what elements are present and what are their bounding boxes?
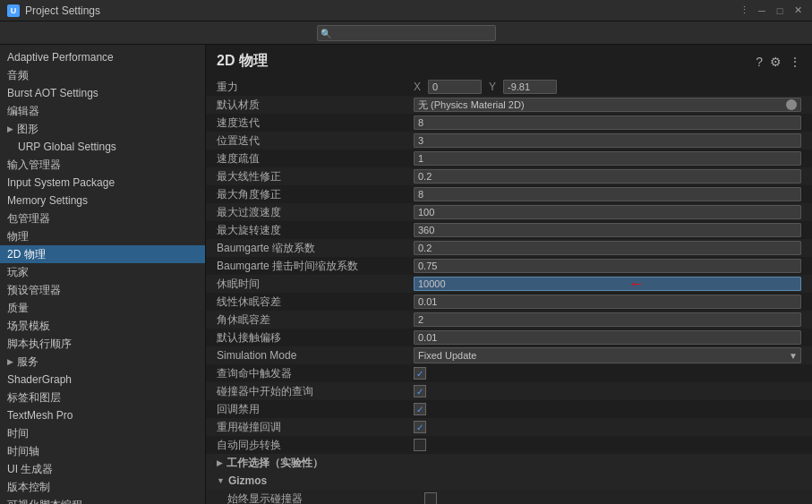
max-rotation-input[interactable] — [414, 223, 801, 237]
search-bar: 🔍 — [0, 21, 812, 45]
prop-row-callbacks: 回调禁用 — [206, 400, 812, 418]
prop-row-reuse-callbacks: 重用碰撞回调 — [206, 418, 812, 436]
sidebar-item-input-manager[interactable]: 输入管理器 — [0, 156, 205, 174]
baumgarte-scale-input[interactable] — [414, 241, 801, 255]
sidebar-item-time[interactable]: 时间 — [0, 424, 205, 442]
reuse-callbacks-checkbox[interactable] — [414, 421, 426, 433]
y-label: Y — [489, 81, 496, 93]
max-translation-input[interactable] — [414, 205, 801, 219]
max-angular-input[interactable] — [414, 187, 801, 201]
gravity-x-input[interactable] — [428, 80, 482, 94]
prop-label: 角休眠容差 — [217, 312, 414, 328]
always-show-checkbox[interactable] — [424, 492, 437, 504]
prop-label: 重用碰撞回调 — [217, 420, 414, 435]
sidebar-item-label: ShaderGraph — [7, 373, 72, 386]
sidebar-item-visual-scripting[interactable]: 可视化脚本编程 — [0, 496, 205, 504]
max-linear-input[interactable] — [414, 169, 801, 184]
sidebar-item-urp[interactable]: URP Global Settings — [0, 138, 205, 156]
sidebar: Adaptive Performance 音频 Burst AOT Settin… — [0, 45, 206, 504]
sidebar-item-version-control[interactable]: 版本控制 — [0, 478, 205, 496]
callbacks-checkbox[interactable] — [414, 403, 426, 415]
sidebar-item-preset-manager[interactable]: 预设管理器 — [0, 281, 205, 299]
unity-icon: U — [7, 4, 20, 17]
help-icon[interactable]: ? — [756, 55, 763, 69]
main-layout: Adaptive Performance 音频 Burst AOT Settin… — [0, 45, 812, 504]
prop-row-max-linear: 最大线性修正 — [206, 167, 812, 185]
sidebar-item-graphics[interactable]: ▶ 图形 — [0, 120, 205, 138]
position-iter-input[interactable] — [414, 133, 801, 148]
simulation-mode-select-wrap[interactable]: Fixed Update Update Script ▼ — [414, 347, 801, 363]
header-icons: ? ⚙ ⋮ — [756, 55, 801, 69]
more-options-icon[interactable]: ⋮ — [789, 55, 801, 69]
minimize-button[interactable]: ─ — [755, 4, 769, 18]
sidebar-item-physics-2d[interactable]: 2D 物理 — [0, 245, 205, 263]
sidebar-item-memory[interactable]: Memory Settings — [0, 192, 205, 209]
contact-offset-input[interactable] — [414, 330, 801, 345]
sidebar-item-editor[interactable]: 编辑器 — [0, 102, 205, 120]
work-selection-header[interactable]: ▶ 工作选择（实验性） — [206, 454, 812, 472]
sidebar-item-timeline[interactable]: 时间轴 — [0, 442, 205, 460]
sidebar-item-shadergraph[interactable]: ShaderGraph — [0, 371, 205, 389]
sidebar-item-label: Input System Package — [7, 176, 115, 189]
prop-row-simulation-mode: Simulation Mode Fixed Update Update Scri… — [206, 346, 812, 364]
sidebar-item-scene-template[interactable]: 场景模板 — [0, 317, 205, 335]
material-select-icon[interactable] — [786, 99, 797, 110]
sidebar-item-ui-builder[interactable]: UI 生成器 — [0, 460, 205, 478]
prop-label: 最大线性修正 — [217, 169, 414, 184]
more-button[interactable]: ⋮ — [737, 4, 751, 18]
auto-sync-checkbox[interactable] — [414, 439, 426, 451]
gravity-y-input[interactable] — [503, 80, 557, 94]
sidebar-item-tags-layers[interactable]: 标签和图层 — [0, 389, 205, 406]
chevron-down-icon: ▼ — [217, 476, 225, 485]
sidebar-item-textmesh-pro[interactable]: TextMesh Pro — [0, 406, 205, 424]
velocity-iter-input[interactable] — [414, 115, 801, 130]
baumgarte-time-input[interactable] — [414, 259, 801, 273]
search-input[interactable] — [317, 25, 496, 41]
velocity-threshold-input[interactable] — [414, 151, 801, 166]
query-colliders-checkbox[interactable] — [414, 385, 426, 397]
prop-row-baumgarte-time: Baumgarte 撞击时间缩放系数 — [206, 257, 812, 275]
linear-sleep-input[interactable] — [414, 295, 801, 309]
sidebar-item-player[interactable]: 玩家 — [0, 263, 205, 281]
prop-row-always-show: 始终显示碰撞器 — [206, 490, 812, 504]
prop-row-velocity-threshold: 速度疏值 — [206, 149, 812, 167]
sidebar-item-physics[interactable]: 物理 — [0, 227, 205, 245]
gizmos-header[interactable]: ▼ Gizmos — [206, 472, 812, 490]
sleep-time-input[interactable] — [414, 277, 801, 291]
prop-label: 始终显示碰撞器 — [227, 491, 424, 505]
prop-row-max-angular: 最大角度修正 — [206, 185, 812, 203]
sidebar-item-input-system[interactable]: Input System Package — [0, 174, 205, 192]
sidebar-item-label: 可视化脚本编程 — [7, 498, 82, 505]
content-header: 2D 物理 ? ⚙ ⋮ — [206, 45, 812, 74]
prop-label-material: 默认材质 — [217, 98, 414, 113]
angular-sleep-input[interactable] — [414, 312, 801, 327]
simulation-mode-select[interactable]: Fixed Update Update Script — [414, 347, 801, 363]
sidebar-item-label: 玩家 — [7, 265, 29, 280]
content-area: 2D 物理 ? ⚙ ⋮ 重力 X Y 默认材质 — [206, 45, 812, 504]
query-triggers-checkbox[interactable] — [414, 367, 426, 380]
prop-label: Baumgarte 缩放系数 — [217, 241, 414, 256]
sidebar-item-audio[interactable]: 音频 — [0, 66, 205, 84]
close-button[interactable]: ✕ — [791, 4, 805, 18]
chevron-right-icon: ▶ — [217, 458, 223, 467]
sidebar-item-burst-aot[interactable]: Burst AOT Settings — [0, 84, 205, 102]
prop-row-velocity-iter: 速度迭代 — [206, 114, 812, 132]
sidebar-item-services[interactable]: ▶ 服务 — [0, 353, 205, 371]
prop-label: 最大旋转速度 — [217, 223, 414, 238]
sidebar-item-label: Memory Settings — [7, 194, 88, 207]
sidebar-item-label: 物理 — [7, 229, 29, 244]
prop-label: 最大过渡速度 — [217, 205, 414, 220]
maximize-button[interactable]: □ — [773, 4, 787, 18]
sidebar-item-package-manager[interactable]: 包管理器 — [0, 209, 205, 227]
sidebar-item-label: 包管理器 — [7, 211, 50, 226]
sidebar-item-script-execution[interactable]: 脚本执行顺序 — [0, 335, 205, 353]
sidebar-item-label: 版本控制 — [7, 480, 50, 495]
sidebar-item-label: UI 生成器 — [7, 462, 53, 477]
settings-icon[interactable]: ⚙ — [770, 55, 782, 69]
sidebar-item-adaptive-performance[interactable]: Adaptive Performance — [0, 48, 205, 66]
sidebar-item-quality[interactable]: 质量 — [0, 299, 205, 317]
prop-row-material: 默认材质 无 (Physics Material 2D) — [206, 96, 812, 114]
gizmos-label: Gizmos — [228, 474, 267, 487]
chevron-right-icon: ▶ — [7, 357, 13, 366]
material-field[interactable]: 无 (Physics Material 2D) — [414, 98, 801, 112]
